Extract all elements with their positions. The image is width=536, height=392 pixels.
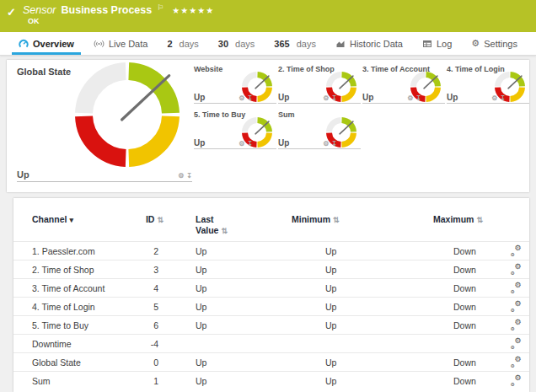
- table-row[interactable]: Global State 0 Up Up Down ⚙⚙: [13, 353, 529, 372]
- channel-status-value: Up: [278, 138, 289, 148]
- download-icon[interactable]: ↧: [331, 94, 337, 102]
- channel-settings-icon[interactable]: ⚙⚙: [511, 264, 522, 274]
- gear-icon[interactable]: ⚙: [178, 172, 184, 180]
- gear-icon[interactable]: ⚙: [491, 94, 497, 102]
- minimum-cell: Up: [283, 316, 410, 335]
- channel-name-cell[interactable]: Sum: [13, 372, 140, 390]
- global-state-gauge[interactable]: [74, 62, 180, 168]
- channel-gauge-cell[interactable]: Website Up ⚙↧: [192, 62, 276, 107]
- channel-id-cell: 2: [140, 242, 174, 260]
- tab-label: Historic Data: [350, 39, 403, 49]
- table-row[interactable]: 3. Time of Account 4 Up Up Down ⚙⚙: [13, 279, 529, 298]
- column-header-maximum[interactable]: Maximum⇅: [410, 212, 502, 242]
- minimum-cell: Up: [283, 242, 410, 260]
- last-value-cell: Up: [174, 260, 283, 279]
- gear-icon[interactable]: ⚙: [239, 94, 244, 102]
- column-header-channel[interactable]: Channel▾: [13, 212, 140, 242]
- table-row[interactable]: 1. Paessler.com 2 Up Up Down ⚙⚙: [13, 242, 529, 260]
- download-icon[interactable]: ↧: [500, 94, 506, 102]
- download-icon[interactable]: ↧: [331, 140, 337, 148]
- channel-gauge-cell[interactable]: 5. Time to Buy Up ⚙↧: [192, 107, 276, 153]
- column-label: Minimum: [292, 214, 330, 224]
- channel-gauge-cell[interactable]: 2. Time of Shop Up ⚙↧: [276, 62, 361, 107]
- last-value-cell: Up: [174, 353, 283, 372]
- channel-id-cell: 3: [140, 260, 174, 279]
- last-value-cell: Up: [174, 298, 283, 316]
- column-header-minimum[interactable]: Minimum⇅: [283, 212, 410, 242]
- table-row[interactable]: 5. Time to Buy 6 Up Up Down ⚙⚙: [13, 316, 529, 335]
- gear-icon[interactable]: ⚙: [323, 94, 329, 102]
- channel-id-cell: 6: [140, 316, 174, 335]
- channel-name-cell[interactable]: 4. Time of Login: [13, 298, 140, 316]
- gear-icon[interactable]: ⚙: [323, 140, 329, 148]
- minimum-cell: Up: [283, 279, 410, 298]
- column-header-id[interactable]: ID⇅: [140, 212, 174, 242]
- download-icon[interactable]: ↧: [247, 140, 253, 148]
- channel-gauge-footer: Up ⚙↧: [447, 93, 529, 104]
- channel-gauge-title: 5. Time to Buy: [194, 110, 245, 119]
- channel-status-value: Up: [278, 93, 289, 102]
- tab-label: 2: [167, 39, 172, 49]
- download-icon[interactable]: ↧: [186, 172, 192, 180]
- channel-gauges-grid: Website Up ⚙↧ 2. Time of Shop Up ⚙↧ 3. T…: [192, 60, 529, 192]
- channel-settings-icon[interactable]: ⚙⚙: [511, 320, 522, 330]
- tab-label: Live Data: [109, 39, 147, 49]
- tab-live-data[interactable]: Live Data: [87, 32, 154, 55]
- channel-name-cell[interactable]: 1. Paessler.com: [13, 242, 140, 260]
- last-value-cell: Up: [174, 279, 283, 298]
- channel-settings-icon[interactable]: ⚙⚙: [511, 357, 522, 367]
- channel-settings-cell: ⚙⚙: [502, 298, 529, 316]
- channel-name-cell[interactable]: 3. Time of Account: [13, 279, 140, 298]
- channel-settings-icon[interactable]: ⚙⚙: [511, 375, 522, 385]
- table-row[interactable]: Downtime -4 ⚙⚙: [13, 335, 529, 353]
- download-icon[interactable]: ↧: [415, 94, 421, 102]
- table-row[interactable]: 2. Time of Shop 3 Up Up Down ⚙⚙: [13, 260, 529, 279]
- global-state-gauge-section: Global State Up ⚙↧: [7, 60, 192, 192]
- gear-icon[interactable]: ⚙: [407, 94, 413, 102]
- priority-stars[interactable]: ★★★★★: [172, 6, 214, 15]
- status-check-icon: ✓: [7, 6, 16, 19]
- last-value-cell: Up: [174, 316, 283, 335]
- channel-gauge-footer: Up ⚙↧: [278, 138, 361, 149]
- tab-settings[interactable]: ⚙ Settings: [464, 32, 524, 55]
- maximum-cell: Down: [410, 372, 502, 390]
- channel-name-cell[interactable]: 5. Time to Buy: [13, 316, 140, 335]
- gear-icon[interactable]: ⚙: [239, 140, 244, 148]
- tab-label-unit: days: [297, 39, 316, 49]
- table-header-row: Channel▾ ID⇅ Last Value⇅ Minimum⇅ Maximu…: [13, 212, 529, 242]
- channel-settings-icon[interactable]: ⚙⚙: [511, 245, 522, 255]
- channel-settings-cell: ⚙⚙: [502, 242, 529, 260]
- table-row[interactable]: Sum 1 Up Up Down ⚙⚙: [13, 372, 529, 390]
- gauges-panel: Global State Up ⚙↧ Website Up ⚙↧ 2. Time…: [7, 60, 529, 192]
- tab-log[interactable]: Log: [415, 32, 458, 55]
- minimum-cell: Up: [283, 353, 410, 372]
- table-row[interactable]: 4. Time of Login 5 Up Up Down ⚙⚙: [13, 298, 529, 316]
- channel-settings-icon[interactable]: ⚙⚙: [511, 282, 522, 293]
- column-label: Maximum: [433, 214, 474, 224]
- channel-gauge-cell[interactable]: 4. Time of Login Up ⚙↧: [445, 62, 529, 107]
- channel-gauge-footer: Up ⚙↧: [194, 93, 276, 104]
- live-signal-icon: [94, 39, 105, 49]
- tab-2-days[interactable]: 2days: [160, 32, 205, 55]
- tab-label-unit: days: [180, 39, 199, 49]
- sort-icon: ⇅: [221, 227, 228, 235]
- tab-365-days[interactable]: 365days: [267, 32, 323, 55]
- channel-name-cell[interactable]: Global State: [13, 353, 140, 372]
- column-header-last-value[interactable]: Last Value⇅: [174, 212, 283, 242]
- tab-label: Overview: [33, 39, 74, 49]
- channel-name-cell[interactable]: 2. Time of Shop: [13, 260, 140, 279]
- area-chart-icon: [335, 39, 346, 49]
- channel-settings-icon[interactable]: ⚙⚙: [511, 338, 522, 348]
- tab-overview[interactable]: Overview: [12, 32, 81, 55]
- channel-name-cell[interactable]: Downtime: [13, 335, 140, 353]
- column-label: Last: [196, 214, 214, 224]
- channel-gauge-cell[interactable]: 3. Time of Account Up ⚙↧: [361, 62, 445, 107]
- tab-30-days[interactable]: 30days: [212, 32, 262, 55]
- channel-settings-icon[interactable]: ⚙⚙: [511, 301, 522, 311]
- download-icon[interactable]: ↧: [247, 94, 253, 102]
- channel-gauge-footer: Up ⚙↧: [278, 93, 361, 104]
- channel-id-cell: 0: [140, 353, 174, 372]
- channel-gauge-cell[interactable]: Sum Up ⚙↧: [276, 107, 361, 153]
- maximum-cell: Down: [410, 242, 502, 260]
- tab-historic-data[interactable]: Historic Data: [329, 32, 410, 55]
